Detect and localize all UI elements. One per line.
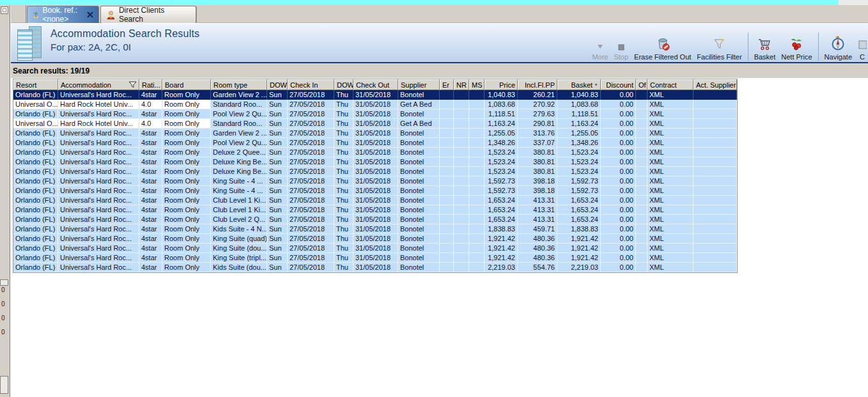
table-row[interactable]: Orlando (FL)Universal's Hard Roc...4star… bbox=[13, 176, 737, 186]
table-row[interactable]: Orlando (FL)Universal's Hard Roc...4star… bbox=[13, 167, 737, 176]
cell-nr bbox=[454, 253, 469, 263]
cell-supplier: Get A Bed bbox=[398, 119, 440, 128]
table-row[interactable]: Universal O...Hard Rock Hotel Univ...4.0… bbox=[13, 100, 737, 109]
erase-filtered-out-icon bbox=[655, 36, 670, 51]
column-header-label: Price bbox=[499, 81, 515, 89]
dock-button-top[interactable] bbox=[1, 6, 8, 14]
cell-room-type: Pool View 2 Qu... bbox=[211, 138, 267, 148]
cell-discount: 0.00 bbox=[601, 205, 636, 215]
dock-button-bottom[interactable] bbox=[0, 376, 8, 394]
cell-price: 1,921.42 bbox=[484, 244, 518, 253]
cell-of bbox=[636, 167, 647, 176]
table-row[interactable]: Universal O...Hard Rock Hotel Univ...4.0… bbox=[13, 119, 737, 128]
cell-discount: 0.00 bbox=[601, 224, 636, 234]
column-header-dow[interactable]: DOW bbox=[334, 79, 353, 90]
column-header-board[interactable]: Board bbox=[162, 79, 211, 90]
table-row[interactable]: Orlando (FL)Universal's Hard Roc...4star… bbox=[13, 148, 737, 157]
facilities-filter-button[interactable]: Facilities Filter bbox=[697, 36, 741, 61]
more-button[interactable]: More bbox=[592, 36, 608, 61]
cell-dow: Sun bbox=[267, 224, 288, 234]
cell-accommodation: Universal's Hard Roc... bbox=[58, 196, 139, 205]
cutoff-button[interactable]: C bbox=[858, 36, 867, 61]
column-filter-icon[interactable] bbox=[128, 81, 137, 88]
column-header-of[interactable]: Of bbox=[636, 79, 647, 90]
navigate-button[interactable]: Navigate bbox=[825, 36, 852, 61]
cell-act-supplier bbox=[694, 90, 737, 100]
cell-room-type: Standard Roo... bbox=[211, 100, 267, 109]
cell-er bbox=[440, 234, 454, 244]
cell-act-supplier bbox=[694, 244, 737, 253]
column-header-ms[interactable]: MS bbox=[469, 79, 484, 90]
column-header-accommodation[interactable]: Accommodation bbox=[58, 79, 139, 90]
cell-incl-fl-pp: 480.36 bbox=[518, 253, 557, 263]
cell-price: 1,592.73 bbox=[484, 176, 518, 186]
table-row[interactable]: Orlando (FL)Universal's Hard Roc...4star… bbox=[13, 138, 737, 148]
column-header-incl-fl-pp[interactable]: Incl.Fl.PP bbox=[518, 79, 557, 90]
tab-booking-ref[interactable]: Book. ref.: <none> bbox=[27, 6, 99, 23]
column-header-supplier[interactable]: Supplier bbox=[398, 79, 440, 90]
column-header-label: Check In bbox=[290, 81, 318, 89]
cell-accommodation: Universal's Hard Roc... bbox=[58, 244, 139, 253]
table-row[interactable]: Orlando (FL)Universal's Hard Roc...4star… bbox=[13, 224, 737, 234]
dock-button-middle[interactable] bbox=[0, 279, 8, 286]
column-header-dow[interactable]: DOW bbox=[267, 79, 288, 90]
cell-discount: 0.00 bbox=[601, 234, 636, 244]
column-header-label: Supplier bbox=[401, 81, 426, 89]
column-header-price[interactable]: Price bbox=[484, 79, 518, 90]
table-row[interactable]: Orlando (FL)Universal's Hard Roc...4star… bbox=[13, 215, 737, 224]
table-row[interactable]: Orlando (FL)Universal's Hard Roc...4star… bbox=[13, 253, 737, 263]
column-header-rati[interactable]: Rati... bbox=[139, 79, 162, 90]
column-header-check-in[interactable]: Check In bbox=[288, 79, 334, 90]
table-row[interactable]: Orlando (FL)Universal's Hard Roc...4star… bbox=[13, 157, 737, 167]
close-icon[interactable] bbox=[87, 12, 93, 18]
cell-rati: 4star bbox=[139, 138, 162, 148]
column-header-nr[interactable]: NR bbox=[454, 79, 469, 90]
table-row[interactable]: Orlando (FL)Universal's Hard Roc...4star… bbox=[13, 244, 737, 253]
column-header-er[interactable]: Er bbox=[440, 79, 454, 90]
tab-direct-clients-search[interactable]: Direct Clients Search bbox=[100, 6, 196, 23]
column-header-act-supplier[interactable]: Act. Supplier bbox=[694, 79, 737, 90]
cell-er bbox=[440, 253, 454, 263]
column-header-room-type[interactable]: Room type bbox=[211, 79, 267, 90]
cell-discount: 0.00 bbox=[601, 244, 636, 253]
nett-price-button[interactable]: Nett Price bbox=[781, 36, 812, 61]
cell-resort: Orlando (FL) bbox=[13, 157, 58, 167]
table-row-selected[interactable]: Orlando (FL)Universal's Hard Roc...4star… bbox=[13, 90, 737, 100]
column-header-contract[interactable]: Contract bbox=[647, 79, 694, 90]
cell-resort: Orlando (FL) bbox=[13, 224, 58, 234]
basket-icon bbox=[757, 36, 772, 51]
cell-accommodation: Hard Rock Hotel Univ... bbox=[58, 100, 139, 109]
basket-button[interactable]: Basket bbox=[754, 36, 776, 61]
cell-resort: Orlando (FL) bbox=[13, 176, 58, 186]
cell-price: 1,163.24 bbox=[484, 119, 518, 128]
table-row[interactable]: Orlando (FL)Universal's Hard Roc...4star… bbox=[13, 263, 737, 272]
stop-button[interactable]: Stop bbox=[614, 36, 628, 61]
cell-board: Room Only bbox=[162, 205, 211, 215]
column-header-basket[interactable]: Basket▼ bbox=[557, 79, 601, 90]
table-row[interactable]: Orlando (FL)Universal's Hard Roc...4star… bbox=[13, 205, 737, 215]
cell-act-supplier bbox=[694, 234, 737, 244]
navigate-icon bbox=[830, 36, 846, 51]
cell-check-out: 31/05/2018 bbox=[353, 205, 398, 215]
cell-check-in: 27/05/2018 bbox=[288, 128, 334, 138]
cell-board: Room Only bbox=[162, 157, 211, 167]
cell-discount: 0.00 bbox=[601, 186, 636, 196]
erase-filtered-out-button[interactable]: Erase Filtered Out bbox=[634, 36, 691, 61]
cell-rati: 4star bbox=[139, 186, 162, 196]
cell-basket: 1,921.42 bbox=[557, 244, 601, 253]
palm-tree-icon bbox=[33, 10, 39, 20]
column-header-label: Er bbox=[442, 81, 449, 89]
cell-dow: Thu bbox=[334, 215, 353, 224]
cell-accommodation: Universal's Hard Roc... bbox=[58, 128, 139, 138]
table-row[interactable]: Orlando (FL)Universal's Hard Roc...4star… bbox=[13, 186, 737, 196]
table-row[interactable]: Orlando (FL)Universal's Hard Roc...4star… bbox=[13, 128, 737, 138]
table-row[interactable]: Orlando (FL)Universal's Hard Roc...4star… bbox=[13, 109, 737, 119]
table-row[interactable]: Orlando (FL)Universal's Hard Roc...4star… bbox=[13, 196, 737, 205]
column-header-resort[interactable]: Resort bbox=[13, 79, 58, 90]
cell-incl-fl-pp: 380.81 bbox=[518, 148, 557, 157]
column-header-check-out[interactable]: Check Out bbox=[353, 79, 398, 90]
table-row[interactable]: Orlando (FL)Universal's Hard Roc...4star… bbox=[13, 234, 737, 244]
column-header-discount[interactable]: Discount bbox=[601, 79, 636, 90]
cell-basket: 1,523.24 bbox=[557, 167, 601, 176]
cell-basket: 1,118.51 bbox=[557, 109, 601, 119]
